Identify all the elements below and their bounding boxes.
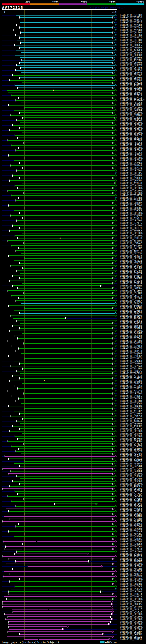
hit-row[interactable]: UniRef100_B7Q8U6 xyxy=(0,214,146,217)
hit-bar[interactable] xyxy=(22,383,113,384)
hit-bar[interactable] xyxy=(22,132,113,133)
hit-row[interactable]: UniRef100_Q0JBQ0 xyxy=(0,54,146,56)
hit-label[interactable]: UniRef100_Q5ZMK9 xyxy=(120,162,142,164)
hit-row[interactable]: UniRef100_B4MM65 xyxy=(0,287,146,290)
hit-row[interactable]: UniRef100_B3LFB3 xyxy=(0,197,146,199)
hit-label[interactable]: UniRef100_Q6P3J9 xyxy=(120,167,142,169)
hit-row[interactable]: UniRef100_Q17R18 xyxy=(0,97,146,99)
hit-row[interactable]: UniRef100_Q6C0M3 xyxy=(0,400,146,402)
hit-label[interactable]: UniRef100_Q4SEI5 xyxy=(120,553,142,555)
hit-row[interactable]: UniRef100_A9U1A4 xyxy=(0,164,146,167)
hit-bar[interactable] xyxy=(23,142,113,143)
hit-bar[interactable] xyxy=(4,614,112,614)
hit-bar[interactable] xyxy=(19,27,113,28)
hit-label[interactable]: UniRef100_Q8T3U8 xyxy=(120,340,142,342)
hit-row[interactable]: UniRef100_Q7ZTT5 xyxy=(0,222,146,224)
hit-bar[interactable] xyxy=(15,85,116,86)
hit-bar[interactable] xyxy=(22,233,113,234)
hit-row[interactable]: UniRef100_UPI000.. xyxy=(0,184,146,187)
hit-row[interactable]: UniRef100_UPI000.. xyxy=(0,472,146,475)
hit-label[interactable]: UniRef100_UPI000.. xyxy=(120,580,145,583)
hit-bar[interactable] xyxy=(20,373,113,374)
hit-row[interactable]: UniRef100_C1BP51 xyxy=(0,320,146,322)
hit-bar[interactable] xyxy=(10,266,116,266)
hit-bar[interactable] xyxy=(18,98,113,98)
hit-row[interactable]: UniRef100_Q6SV72 xyxy=(0,312,146,314)
hit-bar[interactable] xyxy=(20,17,113,18)
hit-bar[interactable] xyxy=(23,193,113,194)
hit-bar[interactable] xyxy=(18,248,113,248)
hit-label[interactable]: UniRef100_A4R954 xyxy=(120,508,142,510)
hit-row[interactable]: UniRef100_UPI000.. xyxy=(0,204,146,207)
hit-label[interactable]: UniRef100_C0SG69 xyxy=(120,480,142,482)
hit-bar[interactable] xyxy=(9,486,116,486)
hit-row[interactable]: UniRef100_A6S174 xyxy=(0,520,146,523)
hit-bar[interactable] xyxy=(4,596,116,597)
hit-row[interactable]: UniRef100_B8C871 xyxy=(0,227,146,229)
hit-row[interactable]: UniRef100_Q4CY14 xyxy=(0,610,146,613)
hit-label[interactable]: UniRef100_A7TZ12 xyxy=(120,375,142,377)
hit-label[interactable]: UniRef100_UPI000.. xyxy=(120,132,145,134)
hit-label[interactable]: UniRef100_Q93934 xyxy=(120,255,142,257)
hit-bar[interactable] xyxy=(16,506,116,507)
hit-label[interactable]: UniRef100_UPI000.. xyxy=(120,232,145,234)
hit-label[interactable]: UniRef100_Q925U5 xyxy=(120,448,142,450)
hit-label[interactable]: UniRef100_UPI000.. xyxy=(120,112,145,114)
hit-row[interactable]: UniRef100_Q7X905 xyxy=(0,79,146,82)
hit-bar[interactable] xyxy=(21,203,113,203)
hit-label[interactable]: UniRef100_O96439 xyxy=(120,382,142,385)
hit-label[interactable]: UniRef100_Q5C191 xyxy=(120,488,142,490)
hit-bar[interactable] xyxy=(16,65,116,66)
hit-label[interactable]: UniRef100_Q9LZG0 xyxy=(120,32,142,34)
hit-bar[interactable] xyxy=(20,378,113,379)
hit-label[interactable]: UniRef100_A9U1A4 xyxy=(120,164,142,167)
hit-row[interactable]: UniRef100_Q5K6V6 xyxy=(0,575,146,578)
hit-row[interactable]: UniRef100_Q4Q7L5 xyxy=(0,395,146,397)
hit-label[interactable]: UniRef100_P55262 xyxy=(120,152,142,154)
hit-row[interactable]: UniRef100_C3XQH1 xyxy=(0,86,146,89)
hit-row[interactable]: UniRef100_UPI000.. xyxy=(0,626,146,628)
hit-label[interactable]: UniRef100_UPI000.. xyxy=(120,623,145,626)
hit-row[interactable]: UniRef100_Q5ABV9 xyxy=(0,445,146,448)
hit-label[interactable]: UniRef100_P78825 xyxy=(120,555,142,558)
hit-row[interactable]: UniRef100_B9T0A9 xyxy=(0,26,146,29)
hit-label[interactable]: UniRef100_B3LZN2 xyxy=(120,368,142,370)
hit-bar[interactable] xyxy=(20,223,113,224)
hit-label[interactable]: UniRef100_C5JM60 xyxy=(120,475,142,478)
hit-row[interactable]: UniRef100_UPI000.. xyxy=(0,563,146,565)
hit-bar[interactable] xyxy=(10,574,113,574)
hit-bar[interactable] xyxy=(7,599,113,600)
hit-row[interactable]: UniRef100_C5DH49 xyxy=(0,530,146,533)
hit-bar[interactable] xyxy=(11,95,116,96)
hit-bar[interactable] xyxy=(19,313,116,314)
hit-row[interactable]: UniRef100_A0E797 xyxy=(0,570,146,573)
hit-label[interactable]: UniRef100_B8JIM5 xyxy=(120,285,142,287)
hit-label[interactable]: UniRef100_B4GFS3 xyxy=(120,322,142,325)
hit-label[interactable]: UniRef100_B9FG62 xyxy=(120,74,142,76)
hit-row[interactable]: UniRef100_Q17R19 xyxy=(0,94,146,97)
hit-bar[interactable] xyxy=(17,40,116,40)
hit-label[interactable]: UniRef100_UPI000.. xyxy=(120,192,145,194)
hit-bar[interactable] xyxy=(2,601,111,602)
hit-label[interactable]: UniRef100_UPI000.. xyxy=(120,127,145,129)
hit-label[interactable]: UniRef100_Q4R9U6 xyxy=(120,633,142,636)
hit-label[interactable]: UniRef100_A9PC83 xyxy=(120,29,142,31)
hit-label[interactable]: UniRef100_B3LFB3 xyxy=(120,197,142,199)
hit-bar[interactable] xyxy=(20,57,113,58)
hit-bar[interactable] xyxy=(16,100,116,101)
hit-bar[interactable] xyxy=(12,609,113,610)
hit-row[interactable]: UniRef100_UPI000.. xyxy=(0,192,146,194)
hit-label[interactable]: UniRef100_C1GPI8 xyxy=(120,378,142,380)
hit-label[interactable]: UniRef100_C4R2N9 xyxy=(120,516,142,518)
hit-row[interactable]: UniRef100_C5LVH7 xyxy=(0,630,146,633)
hit-label[interactable]: UniRef100_A8NSH7 xyxy=(120,560,142,563)
hit-label[interactable]: UniRef100_UPI000.. xyxy=(120,220,145,222)
hit-bar[interactable] xyxy=(21,102,113,103)
hit-row[interactable]: UniRef100_UPI000.. xyxy=(0,550,146,553)
hit-row[interactable]: UniRef100_B4K005 xyxy=(0,244,146,247)
hit-bar[interactable] xyxy=(12,276,116,276)
hit-bar[interactable] xyxy=(18,448,113,449)
hit-bar[interactable] xyxy=(14,361,116,362)
hit-bar[interactable] xyxy=(17,338,113,339)
hit-row[interactable]: UniRef100_UPI000.. xyxy=(0,435,146,438)
